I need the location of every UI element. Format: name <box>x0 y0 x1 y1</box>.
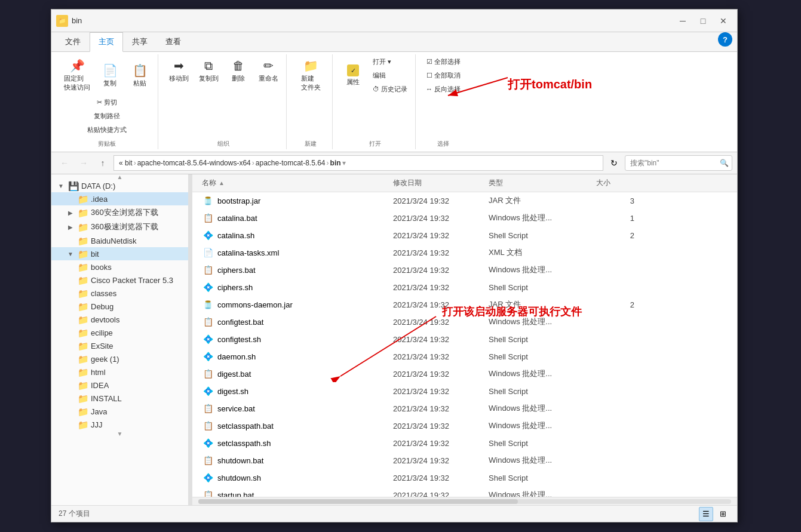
organize-row: ➡ 移动到 ⧉ 复制到 🗑 删除 ✏ 重命名 <box>164 56 283 86</box>
move-to-button[interactable]: ➡ 移动到 <box>164 56 193 86</box>
sidebar-item-datad[interactable]: ▼ 💾 DATA (D:) <box>51 179 188 192</box>
table-row[interactable]: 📋 shutdown.bat 2021/3/24 19:32 Windows 批… <box>192 452 737 469</box>
sidebar-item-install[interactable]: 📁 INSTALL <box>51 392 188 405</box>
refresh-button[interactable]: ↻ <box>606 155 622 171</box>
sidebar-item-debug[interactable]: 📁 Debug <box>51 300 188 313</box>
select-all-button[interactable]: ☑ 全部选择 <box>422 56 465 68</box>
file-name: configtest.sh <box>217 335 261 344</box>
sidebar-item-classes[interactable]: 📁 classes <box>51 287 188 300</box>
history-button[interactable]: ⏱ 历史记录 <box>369 83 412 96</box>
col-header-date[interactable]: 修改日期 <box>388 177 484 189</box>
paste-button[interactable]: 📋 粘贴 <box>125 60 154 91</box>
folder-icon: 📁 <box>78 315 88 324</box>
file-icon: 📋 <box>202 402 214 414</box>
properties-label: 属性 <box>346 78 360 87</box>
table-row[interactable]: 💠 configtest.sh 2021/3/24 19:32 Shell Sc… <box>192 331 737 348</box>
invert-select-button[interactable]: ↔ 反向选择 <box>422 83 465 96</box>
file-icon: 📋 <box>202 454 214 466</box>
search-input[interactable] <box>625 155 732 171</box>
spacer <box>66 407 75 416</box>
col-header-type[interactable]: 类型 <box>484 177 591 189</box>
sidebar-item-360fast[interactable]: ▶ 📁 360极速浏览器下载 <box>51 220 188 234</box>
paste-shortcut-button[interactable]: 粘贴快捷方式 <box>83 124 131 136</box>
sidebar-item-devtools[interactable]: 📁 devtools <box>51 313 188 326</box>
forward-button[interactable]: → <box>75 155 92 171</box>
table-row[interactable]: 💠 setclasspath.sh 2021/3/24 19:32 Shell … <box>192 435 737 452</box>
ribbon-group-clipboard: 📌 固定到快速访问 📄 复制 📋 粘贴 ✂ 剪切 复 <box>56 54 158 149</box>
file-name: catalina.bat <box>217 214 257 223</box>
file-type-cell: Windows 批处理... <box>484 211 591 225</box>
table-row[interactable]: 💠 ciphers.sh 2021/3/24 19:32 Shell Scrip… <box>192 279 737 296</box>
sidebar-item-books[interactable]: 📁 books <box>51 260 188 273</box>
file-icon: 📋 <box>202 264 214 276</box>
file-name-cell: 💠 daemon.sh <box>197 349 388 364</box>
window-controls: ─ □ ✕ <box>674 14 732 28</box>
table-row[interactable]: 📄 catalina-tasks.xml 2021/3/24 19:32 XML… <box>192 244 737 262</box>
cut-button[interactable]: ✂ 剪切 <box>93 96 121 109</box>
back-button[interactable]: ← <box>56 155 73 171</box>
file-name: digest.sh <box>217 387 248 396</box>
file-size-cell <box>591 476 639 479</box>
table-row[interactable]: 💠 shutdown.sh 2021/3/24 19:32 Shell Scri… <box>192 469 737 487</box>
table-row[interactable]: 📋 ciphers.bat 2021/3/24 19:32 Windows 批处… <box>192 262 737 279</box>
tab-home[interactable]: 主页 <box>90 32 123 52</box>
file-date-cell: 2021/3/24 19:32 <box>388 282 484 293</box>
folder-icon: 📁 <box>78 341 88 350</box>
col-header-name[interactable]: 名称 ▲ <box>197 177 388 189</box>
copy-to-button[interactable]: ⧉ 复制到 <box>194 56 223 86</box>
tab-view[interactable]: 查看 <box>156 32 190 51</box>
rename-button[interactable]: ✏ 重命名 <box>254 56 283 86</box>
edit-button[interactable]: 编辑 <box>369 69 412 82</box>
sidebar-item-bit[interactable]: ▼ 📁 bit <box>51 247 188 260</box>
table-row[interactable]: 📋 digest.bat 2021/3/24 19:32 Windows 批处理… <box>192 365 737 383</box>
sidebar-item-360safe[interactable]: ▶ 📁 360安全浏览器下载 <box>51 205 188 220</box>
delete-button[interactable]: 🗑 删除 <box>224 56 253 86</box>
new-folder-button[interactable]: 📁 新建文件夹 <box>293 56 329 95</box>
file-size-cell <box>591 442 639 444</box>
file-type-cell: XML 文档 <box>484 246 591 259</box>
sidebar-item-idea[interactable]: 📁 .idea <box>51 192 188 205</box>
properties-button[interactable]: ✓ 属性 <box>339 61 367 90</box>
file-name-cell: 💠 digest.sh <box>197 384 388 398</box>
deselect-all-button[interactable]: ☐ 全部取消 <box>422 69 465 82</box>
minimize-button[interactable]: ─ <box>674 14 692 28</box>
tab-share[interactable]: 共享 <box>123 32 156 51</box>
sidebar-item-java[interactable]: 📁 Java <box>51 405 188 418</box>
table-row[interactable]: 💠 daemon.sh 2021/3/24 19:32 Shell Script <box>192 348 737 365</box>
sidebar-item-ecilipe[interactable]: 📁 ecilipe <box>51 326 188 339</box>
table-row[interactable]: 📋 service.bat 2021/3/24 19:32 Windows 批处… <box>192 400 737 417</box>
chevron-icon: ▶ <box>66 208 75 217</box>
sidebar-item-exsite[interactable]: 📁 ExSite <box>51 339 188 352</box>
table-row[interactable]: 🫙 bootstrap.jar 2021/3/24 19:32 JAR 文件 3 <box>192 192 737 210</box>
sidebar-item-jjj[interactable]: 📁 JJJ <box>51 418 188 431</box>
large-icons-view-button[interactable]: ⊞ <box>716 507 730 521</box>
maximize-button[interactable]: □ <box>694 14 712 28</box>
sidebar-item-idea2[interactable]: 📁 IDEA <box>51 379 188 392</box>
copy-path-button[interactable]: 复制路径 <box>90 110 124 122</box>
table-row[interactable]: 🫙 commons-daemon.jar 2021/3/24 19:32 JAR… <box>192 296 737 313</box>
sidebar-item-geek[interactable]: 📁 geek (1) <box>51 352 188 365</box>
table-row[interactable]: 💠 digest.sh 2021/3/24 19:32 Shell Script <box>192 383 737 400</box>
help-button[interactable]: ? <box>718 32 732 47</box>
table-row[interactable]: 📋 catalina.bat 2021/3/24 19:32 Windows 批… <box>192 210 737 227</box>
horizontal-scrollbar[interactable] <box>192 497 737 505</box>
col-header-size[interactable]: 大小 <box>591 177 639 189</box>
folder-icon: 📁 <box>78 262 88 272</box>
table-row[interactable]: 💠 catalina.sh 2021/3/24 19:32 Shell Scri… <box>192 227 737 244</box>
tab-file[interactable]: 文件 <box>56 32 90 51</box>
up-button[interactable]: ↑ <box>94 155 111 171</box>
sidebar-item-label: 360极速浏览器下载 <box>91 222 158 232</box>
details-view-button[interactable]: ☰ <box>699 507 713 521</box>
close-button[interactable]: ✕ <box>714 14 732 28</box>
table-row[interactable]: 📋 startup.bat 2021/3/24 19:32 Windows 批处… <box>192 487 737 497</box>
file-name-cell: 💠 configtest.sh <box>197 332 388 346</box>
sidebar-item-html[interactable]: 📁 html <box>51 365 188 379</box>
sidebar-item-cisco[interactable]: 📁 Cisco Packet Tracer 5.3 <box>51 273 188 287</box>
sidebar-item-baidu[interactable]: 📁 BaiduNetdisk <box>51 234 188 247</box>
table-row[interactable]: 📋 setclasspath.bat 2021/3/24 19:32 Windo… <box>192 417 737 435</box>
open-button[interactable]: 打开 ▾ <box>369 56 412 68</box>
table-row[interactable]: 📋 configtest.bat 2021/3/24 19:32 Windows… <box>192 313 737 331</box>
pin-to-quick-access-button[interactable]: 📌 固定到快速访问 <box>60 56 94 95</box>
address-path[interactable]: « bit › apache-tomcat-8.5.64-windows-x64… <box>113 155 603 171</box>
copy-button[interactable]: 📄 复制 <box>96 60 124 91</box>
